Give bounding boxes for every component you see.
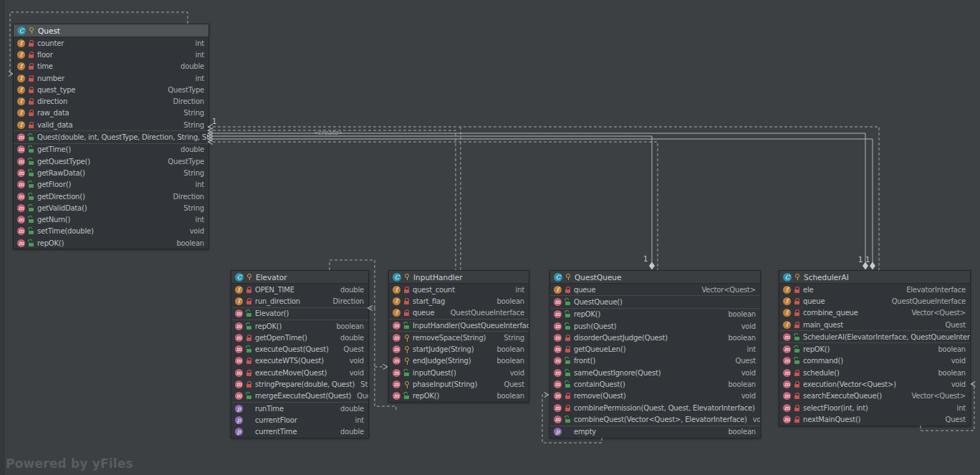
member-row[interactable]: m mergeExecuteQuest(Quest) Quest	[231, 390, 368, 402]
member-row[interactable]: f run_direction Direction	[231, 295, 368, 307]
member-row[interactable]: m repOK() boolean	[550, 309, 760, 320]
member-row[interactable]: p currentFloor int	[231, 414, 368, 426]
member-row[interactable]: f raw_data String	[14, 107, 208, 119]
member-row[interactable]: f start_flag boolean	[389, 295, 529, 307]
member-row[interactable]: m getOpenTime() double	[231, 332, 368, 343]
edge-composition-schedulerai-quest-a[interactable]	[208, 133, 865, 262]
member-kind-icon: m	[235, 322, 243, 330]
member-row[interactable]: m Elevator()	[231, 308, 368, 320]
member-row[interactable]: f queue Vector<Quest>	[550, 284, 760, 295]
member-row[interactable]: m Quest(double, int, QuestType, Directio…	[14, 131, 208, 143]
multiplicity-quest: 1	[212, 117, 216, 125]
member-row[interactable]: m selectFloor(int, int) int	[779, 402, 970, 413]
visibility-icon	[28, 169, 34, 177]
edge-composition-schedulerai-quest-b[interactable]	[208, 139, 873, 262]
class-quest[interactable]: C Quest f counter int f floor int f	[13, 24, 209, 249]
member-row[interactable]: m front() Quest	[550, 355, 760, 367]
member-row[interactable]: m phaseInput(String) Quest	[389, 378, 529, 390]
member-row[interactable]: f quest_count int	[389, 284, 529, 295]
member-row[interactable]: m startJudge(String) boolean	[389, 343, 529, 355]
member-row[interactable]: m endJudge(String) boolean	[389, 355, 529, 367]
member-row[interactable]: p currentTime double	[231, 426, 368, 438]
member-kind-icon: m	[235, 392, 243, 400]
member-row[interactable]: f queue QuestQueueInterface	[779, 295, 970, 307]
member-name: setTime(double)	[37, 227, 94, 235]
member-row[interactable]: m combineQuest(Vector<Quest>, ElevatorIn…	[550, 413, 760, 425]
class-inputhandler[interactable]: C InputHandler f quest_count int f start…	[388, 270, 529, 403]
class-schedulerai[interactable]: C SchedulerAI f ele ElevatorInterface f …	[779, 270, 971, 426]
class-elevator[interactable]: C Elevator f OPEN_TIME double f run_dire…	[231, 270, 369, 438]
class-questqueue[interactable]: C QuestQueue f queue Vector<Quest> m Que…	[549, 270, 761, 438]
member-kind-icon: m	[235, 380, 243, 388]
member-row[interactable]: m nextMainQuest() Quest	[779, 413, 970, 425]
member-row[interactable]: f ele ElevatorInterface	[779, 284, 970, 295]
member-row[interactable]: m searchExecuteQueue() Vector<Quest>	[779, 390, 970, 402]
member-row[interactable]: m repOK() boolean	[779, 343, 970, 355]
member-row[interactable]: m executeQuest(Quest) Quest	[231, 343, 368, 355]
class-elevator-members: f OPEN_TIME double f run_direction Direc…	[231, 284, 368, 438]
class-questqueue-header[interactable]: C QuestQueue	[550, 271, 760, 284]
member-row[interactable]: m stringPrepare(double, Quest) String	[231, 378, 368, 390]
member-row[interactable]: m getRawData() String	[14, 167, 208, 178]
member-row[interactable]: m executeWTS(Quest) void	[231, 355, 368, 367]
class-schedulerai-header[interactable]: C SchedulerAI	[779, 271, 970, 284]
member-row[interactable]: f OPEN_TIME double	[231, 284, 368, 295]
member-kind-icon: f	[17, 109, 25, 117]
member-row[interactable]: p runTime double	[231, 403, 368, 414]
member-row[interactable]: m inputQuest() void	[389, 367, 529, 378]
member-row[interactable]: m command() void	[779, 355, 970, 367]
member-row[interactable]: m getDirection() Direction	[14, 191, 208, 202]
member-row[interactable]: m repOK() boolean	[14, 237, 208, 249]
uml-diagram-canvas[interactable]: «create» 1 1 1 1 C Quest f counter int f…	[0, 0, 980, 475]
member-row[interactable]: m combinePermission(Quest, Quest, Elevat…	[550, 402, 760, 413]
member-row[interactable]: m getQueueLen() int	[550, 343, 760, 355]
member-row[interactable]: f queue QuestQueueInterface	[389, 307, 529, 319]
member-row[interactable]: m push(Quest) void	[550, 320, 760, 332]
visibility-icon	[794, 380, 800, 388]
edge-dependency-schedulerai-quest[interactable]	[208, 127, 879, 270]
member-row[interactable]: f counter int	[14, 37, 208, 49]
member-row[interactable]: f time double	[14, 61, 208, 72]
class-elevator-header[interactable]: C Elevator	[231, 271, 368, 284]
member-row[interactable]: f quest_type QuestType	[14, 84, 208, 95]
member-type: Direction	[168, 97, 204, 105]
member-row[interactable]: m SchedulerAI(ElevatorInterface, QuestQu…	[779, 331, 970, 342]
member-row[interactable]: f direction Direction	[14, 95, 208, 107]
member-name: executeMove(Quest)	[255, 369, 327, 377]
visibility-icon	[28, 204, 34, 212]
member-row[interactable]: p empty boolean	[550, 426, 760, 438]
member-type: Direction	[327, 297, 364, 305]
member-row[interactable]: m repOK() boolean	[231, 320, 368, 332]
member-row[interactable]: m containQuest() boolean	[550, 378, 760, 390]
member-row[interactable]: m schedule() boolean	[779, 367, 970, 378]
member-row[interactable]: f combine_queue Vector<Quest>	[779, 307, 970, 319]
edge-composition-questqueue-quest[interactable]	[208, 136, 652, 262]
member-row[interactable]: m getNum() int	[14, 213, 208, 225]
member-row[interactable]: m InputHandler(QuestQueueInterface)	[389, 320, 529, 331]
class-quest-header[interactable]: C Quest	[14, 24, 208, 37]
member-row[interactable]: m setTime(double) void	[14, 226, 208, 237]
member-row[interactable]: m QuestQueue()	[550, 296, 760, 307]
class-title: InputHandler	[413, 273, 463, 282]
member-row[interactable]: m removeSpace(String) String	[389, 332, 529, 343]
member-row[interactable]: m getFloor() int	[14, 179, 208, 191]
member-row[interactable]: f main_quest Quest	[779, 319, 970, 330]
member-row[interactable]: m execution(Vector<Quest>) void	[779, 378, 970, 390]
member-row[interactable]: m repOK() boolean	[389, 390, 529, 402]
member-row[interactable]: m getTime() double	[14, 144, 208, 155]
member-row[interactable]: m disorderQuestJudge(Quest) boolean	[550, 332, 760, 343]
member-name: disorderQuestJudge(Quest)	[574, 334, 668, 342]
member-name: getFloor()	[37, 181, 71, 188]
class-inputhandler-header[interactable]: C InputHandler	[389, 271, 529, 284]
member-row[interactable]: f floor int	[14, 49, 208, 60]
member-row[interactable]: m getQuestType() QuestType	[14, 155, 208, 167]
member-row[interactable]: f valid_data String	[14, 119, 208, 130]
member-row[interactable]: m executeMove(Quest) void	[231, 367, 368, 378]
member-row[interactable]: m sameQuestIgnore(Quest) void	[550, 367, 760, 378]
edge-dependency-questqueue-quest[interactable]	[208, 142, 658, 270]
member-row[interactable]: m remove(Quest) void	[550, 390, 760, 402]
edge-dependency-inputhandler-quest-create[interactable]	[208, 130, 456, 270]
panel-edge-strip	[0, 0, 5, 475]
member-row[interactable]: f number int	[14, 72, 208, 84]
member-row[interactable]: m getValidData() String	[14, 202, 208, 213]
